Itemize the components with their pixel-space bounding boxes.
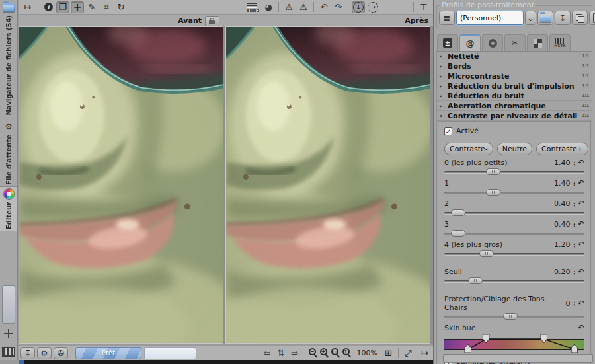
info-button[interactable]: i: [42, 1, 55, 13]
straighten-pencil-button[interactable]: ✎: [85, 1, 99, 13]
rotate-button[interactable]: ↻: [114, 1, 128, 13]
spinner[interactable]: ▴▾: [573, 222, 575, 227]
tab-queue[interactable]: ⚙ File d'attente: [0, 120, 17, 186]
histogram-toggle-button[interactable]: [245, 3, 260, 12]
tool-label: Microcontraste: [448, 72, 510, 81]
slider-handle[interactable]: [468, 277, 483, 284]
slider-track[interactable]: [444, 250, 584, 258]
neutral-button[interactable]: Neutre: [497, 143, 532, 155]
spinner[interactable]: ▴▾: [573, 301, 575, 306]
pin-panel-button[interactable]: ⊤: [417, 1, 430, 13]
tool-microcontrast[interactable]: ▸ Microcontraste 1:1: [437, 71, 592, 81]
reset-icon[interactable]: ↶: [578, 221, 584, 228]
pan-icon[interactable]: [3, 328, 14, 339]
zoom-out-button[interactable]: −: [309, 348, 319, 358]
right-panel-toggle[interactable]: ↦: [415, 347, 431, 360]
after-image-pane[interactable]: [225, 26, 430, 344]
right-panel-scrollbar[interactable]: [443, 354, 593, 363]
load-profile-button[interactable]: [537, 11, 553, 25]
skin-hue-curve: [444, 334, 584, 353]
hand-tool-button[interactable]: ↦: [21, 1, 34, 13]
left-scrollbar-thumb[interactable]: [2, 285, 15, 324]
swap-view-button[interactable]: ⇅: [275, 347, 288, 359]
tab-metadata[interactable]: META: [549, 34, 571, 51]
detach-window-button[interactable]: ⊞: [382, 347, 395, 359]
reset-icon[interactable]: ↶: [578, 268, 584, 275]
slider-handle[interactable]: [479, 250, 494, 257]
slider-handle[interactable]: [451, 230, 465, 237]
zoom-fit-button[interactable]: ▢: [331, 348, 341, 358]
reset-icon[interactable]: ↶: [578, 324, 584, 332]
before-after-toggle-button[interactable]: ❐: [56, 1, 69, 13]
spinner[interactable]: ▴▾: [573, 181, 575, 186]
reset-icon[interactable]: ↶: [578, 159, 584, 166]
tool-label: Réduction du bruit d'impulsion: [448, 82, 575, 91]
shadow-clipping-warning-button[interactable]: ⚠: [282, 1, 296, 13]
zoom-100-button[interactable]: 1: [342, 348, 352, 358]
tab-file-browser[interactable]: Navigateur de fichiers (54): [0, 0, 17, 120]
external-editor-button[interactable]: ✇: [54, 347, 68, 359]
slider-track[interactable]: [444, 209, 584, 217]
separator: [278, 2, 279, 12]
save-profile-button[interactable]: ↧: [555, 11, 571, 25]
slider-handle[interactable]: [451, 209, 465, 216]
tool-chromatic-aberration[interactable]: ▸ Aberration chromatique 1:1: [437, 101, 592, 111]
undo-button[interactable]: ↶: [317, 1, 331, 13]
slider-handle[interactable]: [486, 168, 500, 175]
sync-right-button[interactable]: ⇢: [366, 1, 379, 13]
tab-advanced[interactable]: ✂: [504, 34, 526, 51]
profile-fill-mode-button[interactable]: ≣: [439, 11, 455, 25]
tab-transform[interactable]: [527, 34, 548, 51]
contrast-plus-button[interactable]: Contraste+: [536, 143, 588, 155]
tool-label: Bords: [448, 62, 471, 71]
tool-cbdl[interactable]: ▾ Contraste par niveaux de détail 1:1: [437, 111, 592, 121]
queue-button[interactable]: ⚙: [37, 347, 52, 359]
profile-select[interactable]: (Personnel): [456, 11, 524, 25]
colorpicker-crosshair-button[interactable]: +: [71, 1, 84, 13]
next-image-button[interactable]: ⇨: [289, 347, 301, 359]
tool-impulse-noise[interactable]: ▸ Réduction du bruit d'impulsion 1:1: [437, 81, 592, 91]
slider-track[interactable]: [444, 277, 584, 285]
previous-image-button[interactable]: ⇦: [261, 347, 274, 359]
spinner[interactable]: ▴▾: [573, 270, 575, 275]
zoom-in-button[interactable]: +: [320, 348, 330, 358]
slider-track[interactable]: [444, 188, 584, 196]
highlight-clipping-warning-button[interactable]: ⚠: [297, 1, 310, 13]
profiles-frame-label: Profils de post-traitement: [440, 1, 536, 9]
tool-noise-reduction[interactable]: ▸ Réduction du bruit 1:1: [437, 91, 592, 101]
tool-edges[interactable]: ▸ Bords 1:1: [437, 61, 592, 71]
tab-editor[interactable]: Éditeur: [0, 186, 17, 231]
profile-chevron-button[interactable]: ⌄: [525, 11, 536, 25]
reset-icon[interactable]: ↶: [578, 241, 584, 248]
before-image-pane[interactable]: [19, 26, 223, 344]
slider-track[interactable]: [444, 312, 584, 320]
slider-track[interactable]: [444, 229, 584, 237]
spinner[interactable]: ▴▾: [573, 242, 575, 248]
reset-icon[interactable]: ↶: [578, 200, 584, 207]
save-image-button[interactable]: ↧: [20, 347, 35, 359]
spinner[interactable]: ▴▾: [573, 201, 575, 207]
enabled-checkbox[interactable]: ✓: [444, 127, 452, 135]
spinner[interactable]: ▴▾: [573, 161, 575, 166]
tab-exposure[interactable]: ±: [437, 34, 458, 51]
tab-detail[interactable]: @: [459, 34, 481, 51]
reset-icon[interactable]: ↶: [578, 300, 584, 307]
crop-button[interactable]: ⌗: [100, 1, 113, 13]
contrast-minus-button[interactable]: Contraste-: [444, 143, 493, 155]
slider-handle[interactable]: [486, 189, 500, 196]
lock-before-button[interactable]: [205, 16, 219, 27]
tab-color[interactable]: [482, 34, 503, 51]
tool-sharpening[interactable]: ▸ Netteté 1:1: [437, 52, 592, 61]
redo-button[interactable]: ↷: [332, 1, 345, 13]
slider-track[interactable]: [444, 168, 584, 176]
slider-handle[interactable]: [503, 313, 518, 320]
paste-profile-button[interactable]: [589, 11, 595, 25]
copy-profile-button[interactable]: [572, 11, 588, 25]
enabled-row[interactable]: ✓ Activé: [444, 127, 584, 135]
sync-down-button[interactable]: ↓: [352, 1, 365, 13]
filmstrip-toggle-icon[interactable]: [2, 347, 15, 357]
gauge-button[interactable]: ◕: [262, 1, 275, 13]
reset-icon[interactable]: ↶: [578, 180, 584, 187]
fullscreen-button[interactable]: ⤢: [402, 347, 415, 359]
skin-hue-range[interactable]: [444, 334, 584, 353]
